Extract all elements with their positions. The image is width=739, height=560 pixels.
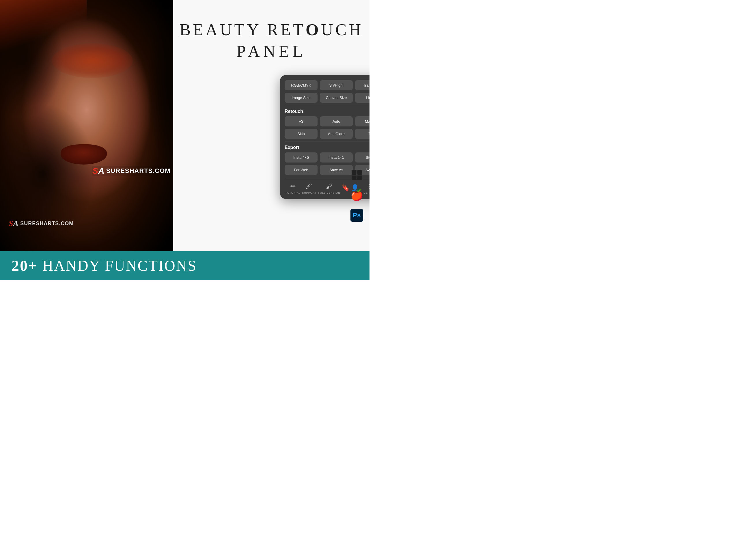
btn-transform[interactable]: Transform <box>355 80 370 90</box>
right-section: BEAUTY RETOUCH PANEL RGB/CMYK Sh/Highl T… <box>173 0 370 280</box>
apple-platform: 🍎 <box>349 188 364 202</box>
watermark-photo: SA SURESHARTS.COM <box>9 219 73 228</box>
btn-insta-45[interactable]: Insta 4×5 <box>285 152 317 162</box>
panel-row-2: Image Size Canvas Size Liquify <box>285 93 370 103</box>
btn-rgb-cmyk[interactable]: RGB/CMYK <box>285 80 317 90</box>
title-line1: BEAUTY RETOUCH <box>179 20 363 39</box>
support-label: SUPPORT <box>302 191 316 194</box>
panel-row-1: RGB/CMYK Sh/Highl Transform <box>285 80 370 90</box>
title-line2: PANEL <box>237 41 306 61</box>
hand-overlay <box>0 0 87 58</box>
toolbar-bookmark[interactable]: 🔖 <box>342 184 349 193</box>
btn-liquify[interactable]: Liquify <box>355 93 370 103</box>
btn-fs[interactable]: FS <box>285 116 317 126</box>
btn-tan[interactable]: Tan <box>355 129 370 139</box>
pen-icon: 🖊 <box>306 183 312 190</box>
divider-2 <box>285 141 370 141</box>
btn-makeup[interactable]: Makeup <box>355 116 370 126</box>
bottom-bar: 20+ HANDY FUNCTIONS <box>0 251 370 280</box>
btn-auto[interactable]: Auto <box>320 116 353 126</box>
photoshop-platform: Ps <box>349 208 364 223</box>
title-area: BEAUTY RETOUCH PANEL <box>173 0 370 81</box>
functions-text: 20+ HANDY FUNCTIONS <box>12 257 197 274</box>
btn-image-size[interactable]: Image Size <box>285 93 317 103</box>
bookmark-icon: 🔖 <box>342 184 349 192</box>
lips-overlay <box>60 144 107 164</box>
btn-for-web[interactable]: For Web <box>285 165 317 175</box>
btn-stories[interactable]: Stories <box>355 152 370 162</box>
btn-skin[interactable]: Skin <box>285 129 317 139</box>
btn-canvas-size[interactable]: Canvas Size <box>320 93 353 103</box>
toolbar-full-version[interactable]: 🖌 FULL VERSION <box>318 183 340 194</box>
apple-icon: 🍎 <box>350 189 363 201</box>
brush-icon: 🖌 <box>326 183 332 190</box>
photo-section: SA SURESHARTS.COM <box>0 0 185 251</box>
divider-1 <box>285 105 370 105</box>
functions-count: 20+ <box>12 258 38 274</box>
btn-save-as[interactable]: Save As <box>320 165 353 175</box>
pencil-icon: ✏ <box>290 183 296 190</box>
full-version-label: FULL VERSION <box>318 191 340 194</box>
btn-insta-11[interactable]: Insta 1×1 <box>320 152 353 162</box>
retouch-row-2: Skin Anti Glare Tan <box>285 129 370 139</box>
export-row-1: Insta 4×5 Insta 1×1 Stories <box>285 152 370 162</box>
btn-anti-glare[interactable]: Anti Glare <box>320 129 353 139</box>
toolbar-tutorial[interactable]: ✏ TUTORIAL <box>286 183 300 194</box>
windows-platform <box>349 167 364 182</box>
logo-sa: SA <box>9 219 18 228</box>
retouch-row-1: FS Auto Makeup <box>285 116 370 126</box>
platform-icons: 🍎 Ps <box>349 167 364 223</box>
toolbar-support[interactable]: 🖊 SUPPORT <box>302 183 316 194</box>
plus-icon: ⊞ <box>368 183 370 190</box>
export-label: Export <box>285 145 370 150</box>
ps-icon: Ps <box>350 209 363 222</box>
btn-sh-highl[interactable]: Sh/Highl <box>320 80 353 90</box>
site-url-photo: SURESHARTS.COM <box>20 221 73 227</box>
tutorial-label: TUTORIAL <box>286 191 300 194</box>
windows-icon <box>351 170 362 180</box>
functions-label: HANDY FUNCTIONS <box>42 258 197 274</box>
retouch-label: Retouch <box>285 109 370 114</box>
